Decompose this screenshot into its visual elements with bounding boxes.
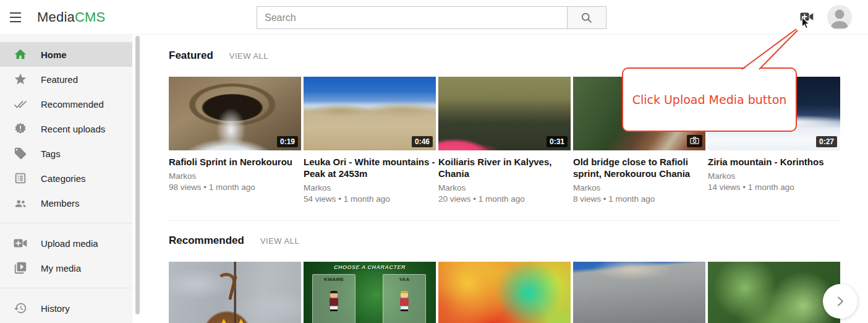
featured-view-all-link[interactable]: VIEW ALL [229,51,268,61]
members-icon [13,196,28,210]
sidebar: Home Featured Recommended Recent uploads [0,35,132,323]
upload-media-icon [13,236,28,251]
video-title[interactable]: Koiliaris River in Kalyves, Chania [438,156,571,179]
game-title-text: CHOOSE A CHARACTER [304,264,436,270]
duration-badge: 0:27 [816,136,837,147]
hamburger-menu-icon[interactable] [10,12,23,22]
video-meta: 14 views • 1 month ago [708,182,840,193]
video-card [573,262,705,323]
star-icon [13,72,28,87]
camera-icon [690,137,699,144]
game-character-sprite [329,291,339,312]
categories-icon [13,171,28,186]
sidebar-item-recommended[interactable]: Recommended [0,92,132,116]
sidebar-item-home[interactable]: Home [0,42,132,67]
game-character-sprite [399,291,409,312]
video-meta: 20 views • 1 month ago [438,194,571,205]
recommended-section: Recommended VIEW ALL CHOOSE A CHARACTER … [169,220,841,323]
duration-badge: 0:31 [547,136,568,147]
logo-media: Media [37,9,75,25]
video-meta: 54 views • 1 month ago [304,194,436,205]
search-icon [581,12,593,24]
search-bar [257,6,606,29]
double-check-icon [13,97,28,111]
video-card [438,262,571,323]
sidebar-item-label: Featured [41,74,78,85]
home-icon [13,47,28,62]
video-thumbnail[interactable]: 0:19 [169,77,301,150]
video-card [708,262,840,323]
video-card: 0:19 Rafioli Sprint in Nerokourou Markos… [169,77,301,205]
carousel-next-button[interactable] [823,284,857,319]
new-releases-icon [13,121,28,136]
video-card: CHOOSE A CHARACTER KWAME YAA Selected Se… [304,262,436,323]
video-meta: 8 views • 1 month ago [573,194,705,205]
sidebar-item-upload-media[interactable]: Upload media [0,231,132,256]
video-thumbnail[interactable] [438,262,571,323]
logo-cms: CMS [75,9,106,25]
annotation-label: Click Upload Media button [632,93,787,106]
sidebar-item-tags[interactable]: Tags [0,141,132,166]
video-card: 0:31 Koiliaris River in Kalyves, Chania … [438,77,571,205]
video-thumbnail[interactable] [708,262,840,323]
my-media-icon [13,261,28,275]
sidebar-item-label: My media [41,263,81,273]
video-card: 0:46 Leuka Ori - White mountains - Peak … [304,77,436,205]
person-icon [827,5,852,30]
video-title[interactable]: Rafioli Sprint in Nerokourou [169,156,301,168]
sidebar-item-label: Upload media [41,238,98,249]
search-input[interactable] [257,6,568,29]
game-character-name: KWAME [313,277,355,282]
tag-icon [13,146,28,161]
video-thumbnail[interactable] [169,262,301,323]
sidebar-item-my-media[interactable]: My media [0,256,132,280]
annotation-callout: Click Upload Media button [622,67,797,132]
video-thumbnail[interactable]: CHOOSE A CHARACTER KWAME YAA Selected Se… [304,262,436,323]
history-icon [13,301,28,316]
video-author: Markos [304,183,436,194]
video-author: Markos [708,171,840,182]
video-title[interactable]: Leuka Ori - White mountains - Peak at 24… [304,156,436,179]
game-character-name: YAA [383,277,425,282]
search-button[interactable] [568,6,606,29]
game-character-panel: KWAME [312,274,355,323]
duration-badge: 0:46 [412,136,433,147]
recommended-view-all-link[interactable]: VIEW ALL [260,236,299,246]
sidebar-item-label: Recommended [41,99,104,110]
sidebar-item-categories[interactable]: Categories [0,166,132,191]
video-author: Markos [169,171,301,182]
video-thumbnail[interactable] [573,262,705,323]
recommended-section-title: Recommended [169,235,244,247]
video-title[interactable]: Old bridge close to Rafioli sprint, Nero… [573,156,705,179]
video-title[interactable]: Ziria mountain - Korinthos [708,156,840,168]
pumpkin-face [213,316,257,323]
video-card [169,262,301,323]
duration-badge: 0:19 [277,136,298,147]
chevron-right-icon [835,296,846,307]
sidebar-item-label: Members [41,198,80,209]
sidebar-item-label: Home [41,50,67,60]
video-thumbnail[interactable]: 0:46 [304,77,436,150]
sidebar-item-label: Categories [41,173,86,184]
featured-section-title: Featured [169,50,213,62]
video-meta: 98 views • 1 month ago [169,182,301,193]
video-author: Markos [438,183,571,194]
sidebar-item-label: History [41,303,70,314]
sidebar-item-members[interactable]: Members [0,191,132,215]
sidebar-divider [0,288,132,288]
sidebar-item-label: Recent uploads [41,124,105,134]
app-logo[interactable]: MediaCMS [37,9,105,25]
video-author: Markos [573,183,705,194]
media-type-badge [687,135,702,147]
sidebar-item-label: Tags [41,149,61,159]
sidebar-divider [0,223,132,223]
sidebar-item-recent-uploads[interactable]: Recent uploads [0,116,132,141]
sidebar-item-featured[interactable]: Featured [0,67,132,92]
game-character-panel: YAA [383,274,426,323]
sidebar-scrollbar[interactable] [135,36,140,314]
sidebar-item-history[interactable]: History [0,296,132,321]
annotation-callout-tail [730,22,804,73]
user-avatar[interactable] [827,5,852,30]
video-thumbnail[interactable]: 0:31 [438,77,571,150]
mouse-cursor-icon [801,17,811,30]
